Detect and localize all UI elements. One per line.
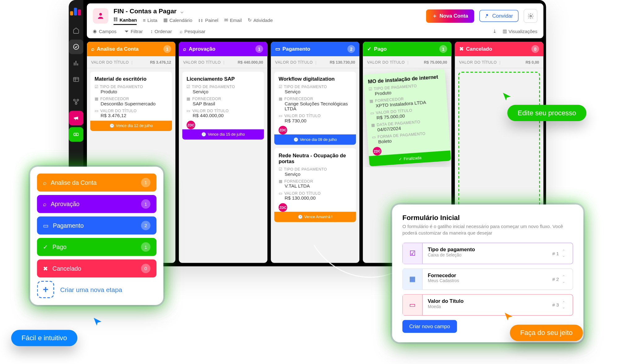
sort-handles[interactable]: ⌃⌄ (562, 243, 572, 264)
tasks-icon[interactable] (69, 40, 83, 54)
cursor-icon (504, 312, 513, 321)
stage-pill-aprovacao[interactable]: ⌕ Aprovação1 (37, 195, 156, 213)
tool-ordenar[interactable]: ↕ Ordenar (151, 28, 172, 34)
announce-icon[interactable] (69, 111, 83, 125)
tool-export[interactable]: ⤓ (493, 28, 497, 34)
avatar: ZDC (279, 203, 287, 212)
stage-list-panel: ⌕ Analise da Conta1 ⌕ Aprovação1 ▭ Pagam… (30, 167, 163, 305)
integrations-icon[interactable] (69, 95, 83, 109)
app-icon (93, 8, 108, 23)
column-header[interactable]: ✓ Pago1 (363, 42, 451, 56)
column-aprovacao: ⌕ Aprovação1 VALOR DO TÍTULO|R$ 440.000,… (179, 42, 267, 263)
chip-edit-process: Edite seu processo (507, 105, 586, 121)
kanban-card[interactable]: MO de instalação de internet ☑ TIPO DE P… (363, 69, 451, 166)
column-header[interactable]: ⌕ Analise da Conta1 (87, 42, 175, 56)
svg-point-10 (99, 13, 102, 15)
tool-filtrar[interactable]: ⏷ Filtrar (124, 28, 143, 34)
tab-lista[interactable]: ≡ Lista (143, 17, 157, 25)
finance-icon[interactable] (69, 127, 83, 142)
money-icon: ▭ (403, 294, 422, 315)
stage-pill-pago[interactable]: ✓ Pago1 (37, 238, 156, 256)
due-badge: 🕑 Vence Amanhã ! (274, 212, 356, 222)
avatar: ZDC (279, 126, 287, 134)
svg-point-12 (530, 15, 531, 17)
tab-activity[interactable]: ↻ Atividade (248, 17, 273, 25)
chip-your-way: Faça do seu jeito (510, 325, 583, 341)
plus-icon: + (37, 281, 54, 298)
form-title: Formulário Inicial (402, 214, 573, 222)
tab-kanban[interactable]: ☷ Kanban (114, 17, 137, 25)
analytics-icon[interactable] (69, 56, 83, 70)
svg-point-11 (486, 14, 488, 16)
new-account-button[interactable]: ＋ Nova Conta (426, 9, 474, 23)
grid-icon: ▦ (403, 269, 422, 290)
due-badge: 🕑 Vence dia 09 de julho (274, 134, 356, 145)
tool-campos[interactable]: ◉ Campos (93, 28, 116, 34)
tab-calendar[interactable]: ▦ Calendário (163, 17, 192, 25)
checkbox-icon: ☑ (403, 243, 422, 264)
stage-pill-analise[interactable]: ⌕ Analise da Conta1 (37, 174, 156, 192)
column-header[interactable]: ✖ Cancelado0 (455, 42, 543, 56)
page-title: FIN - Contas a Pagar (114, 7, 177, 15)
stage-pill-pagamento[interactable]: ▭ Pagamento2 (37, 217, 156, 235)
tool-pesquisar[interactable]: ⌕ Pesquisar (180, 28, 205, 34)
kanban-card[interactable]: Material de escritório ☑ TIPO DE PAGAMEN… (90, 72, 172, 131)
stage-pill-cancelado[interactable]: ✖ Cancelado0 (37, 260, 156, 277)
svg-rect-8 (74, 133, 79, 136)
column-header[interactable]: ⌕ Aprovação1 (179, 42, 267, 56)
new-field-button[interactable]: Criar novo campo (402, 320, 457, 333)
tool-views[interactable]: ▥ Visualizações (503, 28, 538, 34)
due-badge: 🕑 Vence dia 15 de julho (182, 129, 264, 139)
table-icon[interactable] (69, 72, 83, 87)
kanban-card[interactable]: Rede Neutra - Ocupação de portas ☑ TIPO … (274, 148, 356, 222)
column-header[interactable]: ▭ Pagamento2 (271, 42, 359, 56)
svg-rect-3 (77, 63, 78, 65)
home-icon[interactable] (69, 23, 83, 38)
sort-handles[interactable]: ⌃⌄ (562, 269, 572, 290)
form-desc: O formulário é o gatilho inicial necessá… (402, 223, 573, 237)
svg-rect-4 (74, 78, 79, 82)
view-tabs: ☷ Kanban ≡ Lista ▦ Calendário ⫾⫾ Painel … (114, 17, 273, 25)
svg-rect-1 (74, 62, 75, 65)
invite-button[interactable]: Convidar (479, 10, 519, 22)
settings-button[interactable] (524, 9, 537, 23)
form-panel: Formulário Inicial O formulário é o gati… (392, 205, 584, 342)
kanban-card[interactable]: Licenciamento SAP ☑ TIPO DE PAGAMENTOSer… (182, 72, 264, 140)
form-field-fornecedor[interactable]: ▦ FornecedorMeus Cadastros # 2 ⌃⌄ (402, 268, 573, 290)
svg-point-9 (75, 134, 76, 135)
chip-easy: Fácil e intuitivo (11, 330, 77, 346)
form-field-tipo[interactable]: ☑ Tipo de pagamentoCaixa de Seleção # 1 … (402, 243, 573, 264)
avatar: ZDC (373, 147, 382, 156)
tab-email[interactable]: ✉ Email (224, 17, 242, 25)
due-badge: 🕑 Vence dia 12 de julho (90, 121, 172, 131)
new-stage-button[interactable]: +Criar uma nova etapa (37, 281, 156, 298)
cursor-icon (502, 92, 512, 101)
svg-point-7 (75, 103, 77, 104)
svg-point-0 (74, 44, 79, 49)
kanban-card[interactable]: Workflow digitalization ☑ TIPO DE PAGAME… (274, 72, 356, 145)
cursor-icon (93, 317, 102, 327)
sort-handles[interactable]: ⌃⌄ (562, 294, 572, 315)
column-pagamento: ▭ Pagamento2 VALOR DO TÍTULO|R$ 130.730,… (271, 42, 359, 263)
topbar: FIN - Contas a Pagar ⌄ ☷ Kanban ≡ Lista … (87, 3, 543, 38)
form-field-valor[interactable]: ▭ Valor do TítuloMoeda # 3 ⌃⌄ (402, 294, 573, 316)
chevron-down-icon[interactable]: ⌄ (179, 7, 185, 15)
logo-icon (70, 6, 82, 15)
done-badge: ✓ Finalizada (369, 150, 451, 167)
svg-rect-2 (75, 61, 76, 66)
avatar: ZDC (187, 121, 195, 129)
tab-panel[interactable]: ⫾⫾ Painel (198, 17, 218, 25)
